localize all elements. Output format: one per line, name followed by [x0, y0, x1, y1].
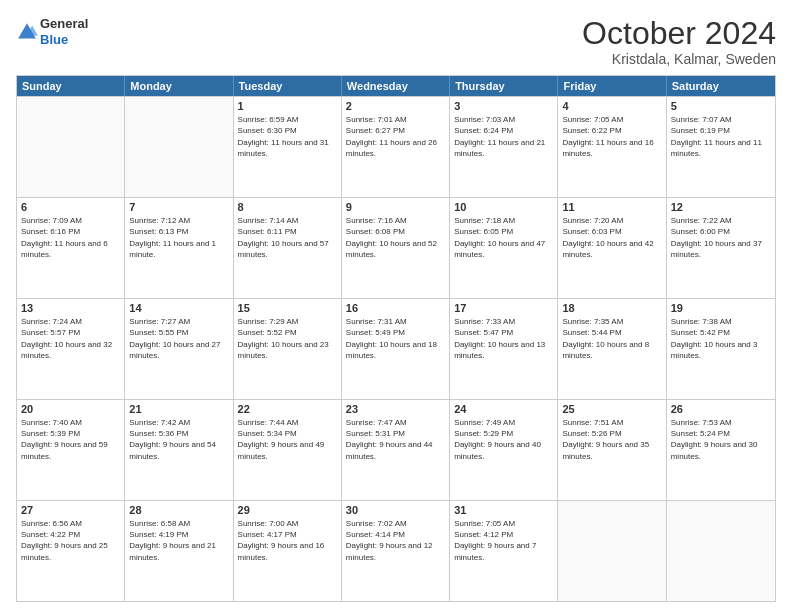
day-number: 1 [238, 100, 337, 112]
header-day-thursday: Thursday [450, 76, 558, 96]
day-number: 13 [21, 302, 120, 314]
logo-icon [16, 21, 38, 43]
calendar-cell [667, 501, 775, 601]
calendar-cell: 16Sunrise: 7:31 AM Sunset: 5:49 PM Dayli… [342, 299, 450, 399]
day-number: 29 [238, 504, 337, 516]
calendar-cell: 8Sunrise: 7:14 AM Sunset: 6:11 PM Daylig… [234, 198, 342, 298]
cell-sun-info: Sunrise: 7:20 AM Sunset: 6:03 PM Dayligh… [562, 215, 661, 260]
header-day-sunday: Sunday [17, 76, 125, 96]
day-number: 21 [129, 403, 228, 415]
cell-sun-info: Sunrise: 7:40 AM Sunset: 5:39 PM Dayligh… [21, 417, 120, 462]
day-number: 7 [129, 201, 228, 213]
title-block: October 2024 Kristdala, Kalmar, Sweden [582, 16, 776, 67]
calendar-row-2: 6Sunrise: 7:09 AM Sunset: 6:16 PM Daylig… [17, 197, 775, 298]
day-number: 19 [671, 302, 771, 314]
day-number: 2 [346, 100, 445, 112]
calendar-cell: 23Sunrise: 7:47 AM Sunset: 5:31 PM Dayli… [342, 400, 450, 500]
day-number: 24 [454, 403, 553, 415]
calendar-cell: 11Sunrise: 7:20 AM Sunset: 6:03 PM Dayli… [558, 198, 666, 298]
cell-sun-info: Sunrise: 7:12 AM Sunset: 6:13 PM Dayligh… [129, 215, 228, 260]
day-number: 17 [454, 302, 553, 314]
cell-sun-info: Sunrise: 7:49 AM Sunset: 5:29 PM Dayligh… [454, 417, 553, 462]
calendar-cell: 9Sunrise: 7:16 AM Sunset: 6:08 PM Daylig… [342, 198, 450, 298]
header-day-tuesday: Tuesday [234, 76, 342, 96]
day-number: 18 [562, 302, 661, 314]
logo-general: General [40, 16, 88, 32]
calendar-row-3: 13Sunrise: 7:24 AM Sunset: 5:57 PM Dayli… [17, 298, 775, 399]
cell-sun-info: Sunrise: 7:42 AM Sunset: 5:36 PM Dayligh… [129, 417, 228, 462]
calendar-cell: 7Sunrise: 7:12 AM Sunset: 6:13 PM Daylig… [125, 198, 233, 298]
day-number: 5 [671, 100, 771, 112]
day-number: 16 [346, 302, 445, 314]
calendar-cell: 13Sunrise: 7:24 AM Sunset: 5:57 PM Dayli… [17, 299, 125, 399]
calendar-cell: 10Sunrise: 7:18 AM Sunset: 6:05 PM Dayli… [450, 198, 558, 298]
cell-sun-info: Sunrise: 6:59 AM Sunset: 6:30 PM Dayligh… [238, 114, 337, 159]
cell-sun-info: Sunrise: 7:29 AM Sunset: 5:52 PM Dayligh… [238, 316, 337, 361]
calendar-cell [558, 501, 666, 601]
cell-sun-info: Sunrise: 7:16 AM Sunset: 6:08 PM Dayligh… [346, 215, 445, 260]
calendar-cell: 17Sunrise: 7:33 AM Sunset: 5:47 PM Dayli… [450, 299, 558, 399]
day-number: 23 [346, 403, 445, 415]
calendar-cell: 20Sunrise: 7:40 AM Sunset: 5:39 PM Dayli… [17, 400, 125, 500]
day-number: 27 [21, 504, 120, 516]
calendar-cell: 30Sunrise: 7:02 AM Sunset: 4:14 PM Dayli… [342, 501, 450, 601]
calendar-cell: 19Sunrise: 7:38 AM Sunset: 5:42 PM Dayli… [667, 299, 775, 399]
cell-sun-info: Sunrise: 7:05 AM Sunset: 6:22 PM Dayligh… [562, 114, 661, 159]
day-number: 25 [562, 403, 661, 415]
cell-sun-info: Sunrise: 7:09 AM Sunset: 6:16 PM Dayligh… [21, 215, 120, 260]
header: General Blue October 2024 Kristdala, Kal… [16, 16, 776, 67]
calendar-body: 1Sunrise: 6:59 AM Sunset: 6:30 PM Daylig… [17, 96, 775, 601]
day-number: 4 [562, 100, 661, 112]
calendar-row-4: 20Sunrise: 7:40 AM Sunset: 5:39 PM Dayli… [17, 399, 775, 500]
cell-sun-info: Sunrise: 6:56 AM Sunset: 4:22 PM Dayligh… [21, 518, 120, 563]
calendar-cell: 31Sunrise: 7:05 AM Sunset: 4:12 PM Dayli… [450, 501, 558, 601]
cell-sun-info: Sunrise: 7:01 AM Sunset: 6:27 PM Dayligh… [346, 114, 445, 159]
day-number: 28 [129, 504, 228, 516]
calendar-header: SundayMondayTuesdayWednesdayThursdayFrid… [17, 76, 775, 96]
cell-sun-info: Sunrise: 7:02 AM Sunset: 4:14 PM Dayligh… [346, 518, 445, 563]
calendar-cell: 24Sunrise: 7:49 AM Sunset: 5:29 PM Dayli… [450, 400, 558, 500]
location-subtitle: Kristdala, Kalmar, Sweden [582, 51, 776, 67]
header-day-saturday: Saturday [667, 76, 775, 96]
calendar-cell [17, 97, 125, 197]
calendar-row-1: 1Sunrise: 6:59 AM Sunset: 6:30 PM Daylig… [17, 96, 775, 197]
cell-sun-info: Sunrise: 7:14 AM Sunset: 6:11 PM Dayligh… [238, 215, 337, 260]
header-day-monday: Monday [125, 76, 233, 96]
header-day-wednesday: Wednesday [342, 76, 450, 96]
day-number: 9 [346, 201, 445, 213]
day-number: 10 [454, 201, 553, 213]
calendar-cell: 18Sunrise: 7:35 AM Sunset: 5:44 PM Dayli… [558, 299, 666, 399]
calendar-cell: 21Sunrise: 7:42 AM Sunset: 5:36 PM Dayli… [125, 400, 233, 500]
calendar: SundayMondayTuesdayWednesdayThursdayFrid… [16, 75, 776, 602]
cell-sun-info: Sunrise: 6:58 AM Sunset: 4:19 PM Dayligh… [129, 518, 228, 563]
calendar-cell: 6Sunrise: 7:09 AM Sunset: 6:16 PM Daylig… [17, 198, 125, 298]
day-number: 20 [21, 403, 120, 415]
day-number: 22 [238, 403, 337, 415]
calendar-cell: 2Sunrise: 7:01 AM Sunset: 6:27 PM Daylig… [342, 97, 450, 197]
day-number: 6 [21, 201, 120, 213]
logo-blue: Blue [40, 32, 88, 48]
calendar-cell: 4Sunrise: 7:05 AM Sunset: 6:22 PM Daylig… [558, 97, 666, 197]
day-number: 3 [454, 100, 553, 112]
calendar-cell: 14Sunrise: 7:27 AM Sunset: 5:55 PM Dayli… [125, 299, 233, 399]
calendar-cell: 5Sunrise: 7:07 AM Sunset: 6:19 PM Daylig… [667, 97, 775, 197]
cell-sun-info: Sunrise: 7:18 AM Sunset: 6:05 PM Dayligh… [454, 215, 553, 260]
calendar-cell: 3Sunrise: 7:03 AM Sunset: 6:24 PM Daylig… [450, 97, 558, 197]
cell-sun-info: Sunrise: 7:24 AM Sunset: 5:57 PM Dayligh… [21, 316, 120, 361]
day-number: 15 [238, 302, 337, 314]
cell-sun-info: Sunrise: 7:03 AM Sunset: 6:24 PM Dayligh… [454, 114, 553, 159]
cell-sun-info: Sunrise: 7:47 AM Sunset: 5:31 PM Dayligh… [346, 417, 445, 462]
calendar-cell: 28Sunrise: 6:58 AM Sunset: 4:19 PM Dayli… [125, 501, 233, 601]
month-title: October 2024 [582, 16, 776, 51]
cell-sun-info: Sunrise: 7:44 AM Sunset: 5:34 PM Dayligh… [238, 417, 337, 462]
calendar-cell: 12Sunrise: 7:22 AM Sunset: 6:00 PM Dayli… [667, 198, 775, 298]
cell-sun-info: Sunrise: 7:33 AM Sunset: 5:47 PM Dayligh… [454, 316, 553, 361]
calendar-cell: 29Sunrise: 7:00 AM Sunset: 4:17 PM Dayli… [234, 501, 342, 601]
cell-sun-info: Sunrise: 7:00 AM Sunset: 4:17 PM Dayligh… [238, 518, 337, 563]
cell-sun-info: Sunrise: 7:07 AM Sunset: 6:19 PM Dayligh… [671, 114, 771, 159]
cell-sun-info: Sunrise: 7:51 AM Sunset: 5:26 PM Dayligh… [562, 417, 661, 462]
calendar-cell [125, 97, 233, 197]
day-number: 8 [238, 201, 337, 213]
day-number: 11 [562, 201, 661, 213]
calendar-cell: 25Sunrise: 7:51 AM Sunset: 5:26 PM Dayli… [558, 400, 666, 500]
